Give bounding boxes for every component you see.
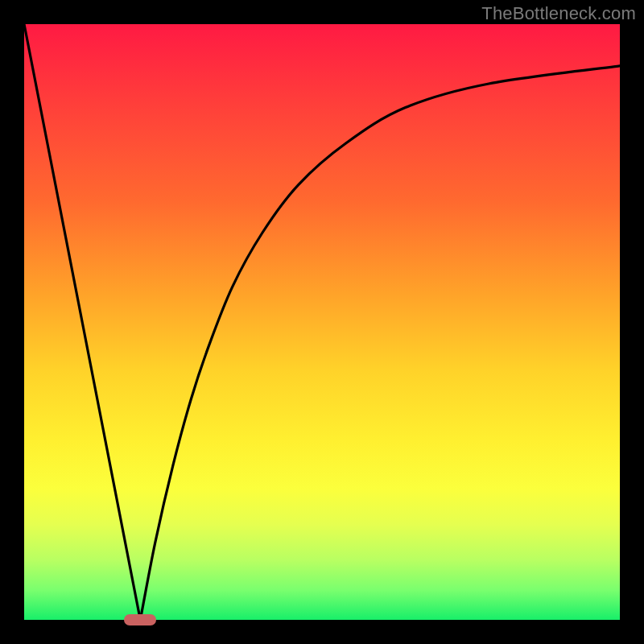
curve-layer <box>24 24 620 620</box>
plot-area <box>24 24 620 620</box>
watermark-text: TheBottleneck.com <box>481 3 636 24</box>
bottleneck-marker <box>124 614 156 625</box>
right-curve <box>140 66 620 620</box>
chart-frame: TheBottleneck.com <box>0 0 644 644</box>
left-line <box>24 24 140 620</box>
